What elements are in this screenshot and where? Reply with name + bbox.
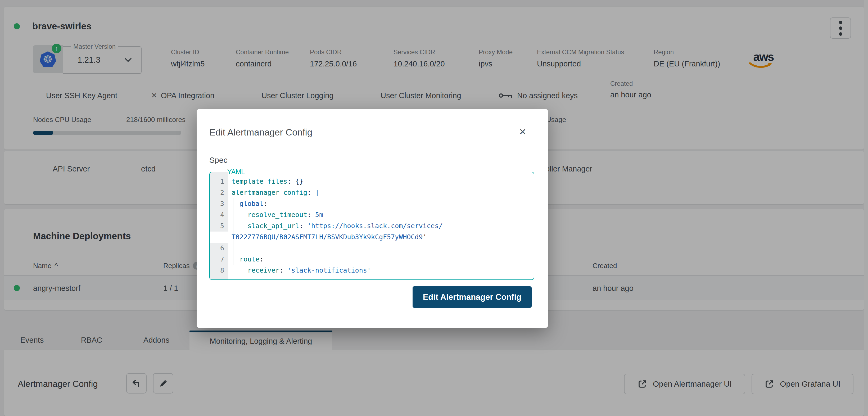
cluster-details-page: brave-swirles ☸ ↑ Master Version 1.21.3 … bbox=[0, 0, 868, 416]
code-line: 8 receiver: 'slack-notifications' bbox=[210, 265, 534, 276]
line-number: 8 bbox=[210, 265, 228, 276]
edit-alertmanager-config-submit-button[interactable]: Edit Alertmanager Config bbox=[412, 286, 532, 308]
line-number: 4 bbox=[210, 209, 228, 220]
yaml-code-editor[interactable]: YAML 1template_files: {}2alertmanager_co… bbox=[209, 172, 534, 280]
code-text: alertmanager_config: | bbox=[228, 187, 319, 198]
code-text: template_files: {} bbox=[228, 176, 303, 187]
code-lines: 1template_files: {}2alertmanager_config:… bbox=[210, 176, 534, 276]
code-line: 3 global: bbox=[210, 198, 534, 209]
code-line: 1template_files: {} bbox=[210, 176, 534, 187]
code-text: slack_api_url: 'https://hooks.slack.com/… bbox=[228, 220, 443, 231]
code-line: 6 bbox=[210, 243, 534, 254]
code-text bbox=[228, 243, 231, 254]
line-number bbox=[210, 231, 228, 243]
code-text: resolve_timeout: 5m bbox=[228, 209, 323, 220]
code-text: route: bbox=[228, 254, 263, 265]
code-line: 7 route: bbox=[210, 254, 534, 265]
line-number: 5 bbox=[210, 220, 228, 231]
spec-label: Spec bbox=[209, 156, 227, 165]
close-icon[interactable]: ✕ bbox=[516, 125, 529, 138]
edit-alertmanager-config-dialog: Edit Alertmanager Config ✕ Spec YAML 1te… bbox=[197, 109, 548, 328]
code-text: receiver: 'slack-notifications' bbox=[228, 265, 371, 276]
code-line: 2alertmanager_config: | bbox=[210, 187, 534, 198]
code-line: T022Z776BQU/B02ASFMT7LH/BSVKDub3Yk9kCgF5… bbox=[210, 231, 534, 243]
code-text: T022Z776BQU/B02ASFMT7LH/BSVKDub3Yk9kCgF5… bbox=[228, 231, 427, 243]
code-text: global: bbox=[228, 198, 267, 209]
line-number: 2 bbox=[210, 187, 228, 198]
line-number: 3 bbox=[210, 198, 228, 209]
code-line: 5 slack_api_url: 'https://hooks.slack.co… bbox=[210, 220, 534, 231]
line-number: 7 bbox=[210, 254, 228, 265]
code-line: 4 resolve_timeout: 5m bbox=[210, 209, 534, 220]
line-number: 6 bbox=[210, 243, 228, 254]
line-number: 1 bbox=[210, 176, 228, 187]
dialog-title: Edit Alertmanager Config bbox=[209, 127, 312, 138]
